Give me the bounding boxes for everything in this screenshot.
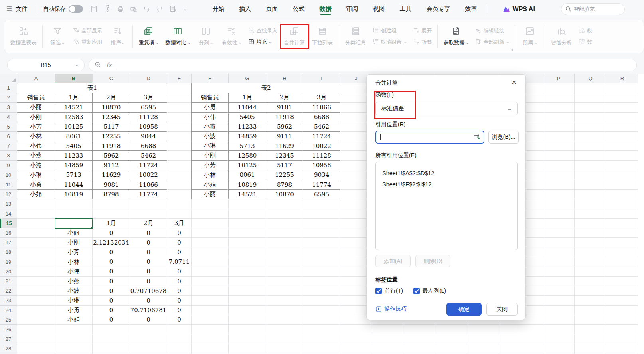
cell-F9[interactable]: 小芳: [192, 161, 229, 170]
cell-D23[interactable]: 0: [130, 296, 167, 305]
cell-B13[interactable]: [55, 199, 93, 209]
all-references-list[interactable]: Sheet1!$A$2:$D$12Sheet1!$F$2:$I$12: [375, 162, 518, 250]
cell-E28[interactable]: [167, 344, 192, 354]
cell-P8[interactable]: [543, 151, 575, 160]
cell-H16[interactable]: [266, 228, 303, 238]
cell-B28[interactable]: [55, 344, 93, 354]
cell-P28[interactable]: [543, 344, 575, 354]
cell-I11[interactable]: 11774: [303, 180, 340, 190]
cell-E5[interactable]: [167, 122, 192, 132]
cell-D5[interactable]: 10958: [130, 122, 167, 132]
ribbon-button-show-all[interactable]: 全部显示: [73, 27, 102, 35]
column-header-G[interactable]: G: [229, 74, 266, 83]
row-header-18[interactable]: 18: [0, 247, 17, 257]
cell-E18[interactable]: 0: [167, 247, 192, 257]
cell-O26[interactable]: [500, 325, 543, 334]
cell-B3[interactable]: 14521: [55, 103, 93, 112]
range-picker-icon[interactable]: [473, 133, 480, 141]
cell-F22[interactable]: [192, 286, 229, 296]
cell-E11[interactable]: [167, 180, 192, 190]
cell-P12[interactable]: [543, 190, 575, 199]
cell-M26[interactable]: [436, 325, 468, 334]
cell-Q17[interactable]: [575, 238, 606, 247]
cell-C24[interactable]: 0: [93, 306, 130, 315]
cell-E6[interactable]: [167, 132, 192, 141]
cell-B20[interactable]: 小伟: [55, 267, 93, 277]
cell-Q24[interactable]: [575, 306, 606, 315]
cell-A10[interactable]: 小琳: [17, 170, 55, 180]
cell-I9[interactable]: 10958: [303, 161, 340, 170]
cell-I17[interactable]: [303, 238, 340, 247]
cell-H22[interactable]: [266, 286, 303, 296]
cell-G11[interactable]: 10819: [229, 180, 266, 190]
cell-P27[interactable]: [543, 334, 575, 344]
cell-E2[interactable]: [167, 93, 192, 103]
cell-C15[interactable]: 1月: [93, 219, 130, 228]
cell-H17[interactable]: [266, 238, 303, 247]
cell-C8[interactable]: 5962: [93, 151, 130, 160]
wps-ai-entry[interactable]: WPS AI: [502, 6, 535, 13]
cell-E13[interactable]: [167, 199, 192, 209]
cell-P11[interactable]: [543, 180, 575, 190]
formula-search-icon[interactable]: [95, 61, 101, 68]
cell-E20[interactable]: 0: [167, 267, 192, 277]
cell-P7[interactable]: [543, 141, 575, 151]
cell-H3[interactable]: 9181: [266, 103, 303, 112]
cell-F19[interactable]: [192, 257, 229, 267]
cell-E19[interactable]: 7.0711: [167, 257, 192, 267]
cell-A18[interactable]: [17, 247, 55, 257]
cell-N27[interactable]: [468, 334, 500, 344]
cell-R26[interactable]: [606, 325, 638, 334]
cell-E25[interactable]: 0: [167, 315, 192, 325]
cell-H5[interactable]: 5962: [266, 122, 303, 132]
cell-A5[interactable]: 小芳: [17, 122, 55, 132]
tab-开始[interactable]: 开始: [213, 1, 225, 17]
cell-Q7[interactable]: [575, 141, 606, 151]
ribbon-button-refresh-all[interactable]: 全部刷新⌄: [475, 38, 510, 46]
cell-H15[interactable]: [266, 219, 303, 228]
cell-D26[interactable]: [130, 325, 167, 334]
cell-B14[interactable]: [55, 209, 93, 219]
name-box-chevron-icon[interactable]: ⌄: [75, 62, 79, 67]
cell-G17[interactable]: [229, 238, 266, 247]
cell-I19[interactable]: [303, 257, 340, 267]
reference-item[interactable]: Sheet1!$F$2:$I$12: [376, 179, 517, 190]
cell-G20[interactable]: [229, 267, 266, 277]
autosave-toggle[interactable]: [69, 5, 83, 13]
cell-K26[interactable]: [372, 325, 404, 334]
ribbon-button-edit-links[interactable]: 编辑链接: [475, 27, 510, 35]
cell-A23[interactable]: [17, 296, 55, 305]
ribbon-button-reapply[interactable]: 重新应用: [73, 38, 102, 46]
cell-P4[interactable]: [543, 113, 575, 122]
cell-A2[interactable]: 销售员: [17, 93, 55, 103]
table1-title-cell[interactable]: 表1: [17, 83, 167, 93]
ribbon-button-sort[interactable]: 排序⌄: [106, 25, 129, 48]
ribbon-button-pivot-table[interactable]: 数据透视表: [8, 25, 39, 48]
cell-A8[interactable]: 小燕: [17, 151, 55, 160]
cell-P17[interactable]: [543, 238, 575, 247]
cell-F21[interactable]: [192, 277, 229, 286]
cell-C2[interactable]: 2月: [93, 93, 130, 103]
row-header-21[interactable]: 21: [0, 277, 17, 286]
cell-C28[interactable]: [93, 344, 130, 354]
cell-B15[interactable]: [55, 219, 93, 228]
cell-I10[interactable]: 9034: [303, 170, 340, 180]
cell-D6[interactable]: 9044: [130, 132, 167, 141]
cell-H9[interactable]: 5117: [266, 161, 303, 170]
cell-C23[interactable]: 0: [93, 296, 130, 305]
cell-R14[interactable]: [606, 209, 638, 219]
cell-Q1[interactable]: [575, 83, 606, 93]
cell-A11[interactable]: 小勇: [17, 180, 55, 190]
row-header-15[interactable]: 15: [0, 219, 17, 228]
cell-R17[interactable]: [606, 238, 638, 247]
cell-B10[interactable]: 5713: [55, 170, 93, 180]
cell-Q22[interactable]: [575, 286, 606, 296]
row-header-5[interactable]: 5: [0, 122, 17, 132]
tab-数据[interactable]: 数据: [320, 1, 332, 17]
cell-E16[interactable]: 0: [167, 228, 192, 238]
column-header-Q[interactable]: Q: [575, 74, 606, 83]
cell-I7[interactable]: 10022: [303, 141, 340, 151]
cell-E7[interactable]: [167, 141, 192, 151]
cell-F10[interactable]: 小林: [192, 170, 229, 180]
cell-H6[interactable]: 9111: [266, 132, 303, 141]
